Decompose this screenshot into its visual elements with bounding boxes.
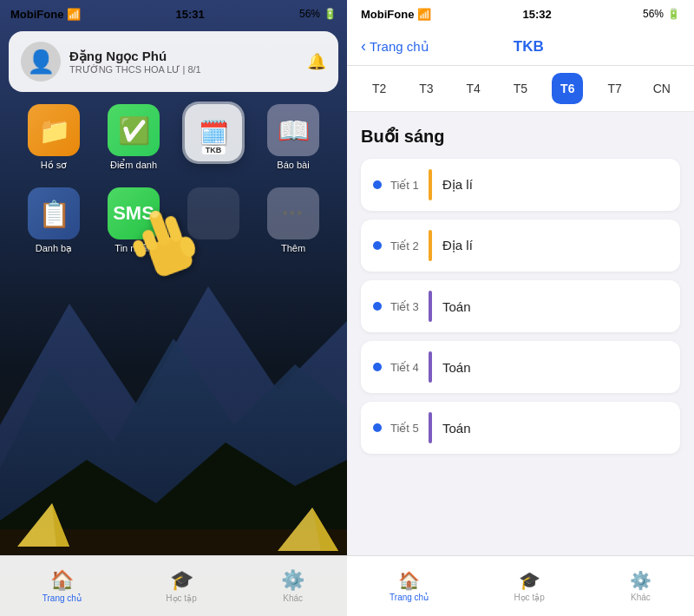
lesson-dot-1 [373, 180, 382, 189]
app-them[interactable]: ••• Thêm [257, 187, 330, 254]
back-chevron-icon: ‹ [361, 37, 366, 56]
person-icon: 👤 [27, 49, 55, 75]
right-panel: MobiFone 📶 15:32 56% 🔋 ‹ Trang chủ TKB T… [347, 0, 694, 616]
lesson-tiet-2[interactable]: Tiết 2 Địa lí [361, 220, 680, 272]
app-ho-so[interactable]: 📁 Hồ sơ [17, 104, 90, 175]
lesson-dot-2 [373, 241, 382, 250]
time-left: 15:31 [176, 8, 205, 21]
app-danh-ba[interactable]: 📋 Danh bạ [17, 187, 90, 254]
nav-trang-chu-left[interactable]: 🏠 Trang chủ [43, 569, 82, 603]
tab-t5[interactable]: T5 [505, 73, 536, 104]
lesson-dot-4 [373, 363, 382, 371]
contacts-icon: 📋 [38, 199, 70, 229]
back-label: Trang chủ [370, 39, 429, 55]
settings-icon-left: ⚙️ [281, 569, 304, 592]
tab-t2[interactable]: T2 [363, 73, 395, 104]
bottom-nav-left: 🏠 Trang chủ 🎓 Học tập ⚙️ Khác [0, 555, 347, 616]
calendar-icon: 🗓️ [199, 119, 229, 147]
avatar: 👤 [21, 42, 61, 82]
lesson-number-2: Tiết 2 [390, 239, 429, 252]
schedule-content: Buổi sáng Tiết 1 Địa lí Tiết 2 Địa lí Ti… [347, 112, 694, 555]
settings-icon-right: ⚙️ [630, 570, 651, 591]
bao-bai-label: Báo bài [277, 160, 309, 170]
danh-ba-label: Danh bạ [36, 243, 72, 254]
app-bao-bai[interactable]: 📖 Báo bài [257, 104, 330, 175]
nav-label-hoc-tap-right: Học tập [514, 593, 544, 602]
battery-right: 56% 🔋 [643, 8, 680, 20]
home-icon-left: 🏠 [50, 569, 74, 592]
left-panel: MobiFone 📶 15:31 56% 🔋 👤 Đặng Ngọc Phú T… [0, 0, 347, 616]
more-icon: ••• [283, 205, 304, 223]
lesson-bar-3 [429, 291, 432, 322]
diem-danh-icon-wrap: ✅ [108, 104, 160, 156]
them-label: Thêm [281, 243, 305, 253]
nav-label-trang-chu-right: Trang chủ [390, 593, 429, 602]
profile-info: Đặng Ngọc Phú TRƯỜNG THCS HOA LƯ | 8/1 [69, 49, 298, 75]
lesson-number-4: Tiết 4 [390, 361, 429, 374]
tab-t6[interactable]: T6 [552, 73, 583, 104]
lesson-bar-1 [429, 169, 432, 200]
nav-title: TKB [514, 38, 544, 56]
diem-danh-label: Điểm danh [110, 160, 157, 171]
book-icon: 📖 [278, 115, 310, 146]
lesson-dot-5 [373, 423, 382, 432]
lesson-name-3: Toán [442, 299, 471, 314]
wifi-right: 📶 [417, 8, 431, 21]
bell-icon[interactable]: 🔔 [307, 52, 326, 71]
study-icon-right: 🎓 [519, 570, 540, 591]
back-button[interactable]: ‹ Trang chủ [361, 37, 429, 56]
battery-left: 56% 🔋 [299, 8, 337, 20]
tkb-icon-wrap: 🗓️ TKB [185, 104, 242, 161]
nav-khac-left[interactable]: ⚙️ Khác [281, 569, 304, 603]
battery-icon-right: 🔋 [667, 8, 680, 20]
lesson-name-1: Địa lí [442, 177, 473, 193]
folder-icon: 📁 [38, 115, 70, 146]
ho-so-icon-wrap: 📁 [28, 104, 80, 156]
tab-t3[interactable]: T3 [410, 73, 442, 104]
study-icon-left: 🎓 [170, 569, 193, 592]
app-tkb[interactable]: 🗓️ TKB TKB [177, 104, 250, 175]
profile-card[interactable]: 👤 Đặng Ngọc Phú TRƯỜNG THCS HOA LƯ | 8/1… [9, 31, 338, 92]
lesson-tiet-5[interactable]: Tiết 5 Toán [361, 402, 680, 454]
nav-hoc-tap-right[interactable]: 🎓 Học tập [514, 570, 544, 602]
nav-hoc-tap-left[interactable]: 🎓 Học tập [166, 569, 196, 603]
status-bar-left: MobiFone 📶 15:31 56% 🔋 [0, 0, 347, 28]
app-diem-danh[interactable]: ✅ Điểm danh [97, 104, 170, 175]
tab-cn[interactable]: CN [646, 73, 678, 104]
lesson-tiet-1[interactable]: Tiết 1 Địa lí [361, 159, 680, 211]
battery-icon-left: 🔋 [324, 8, 337, 20]
tkb-text: TKB [202, 146, 226, 154]
nav-label-trang-chu-left: Trang chủ [43, 593, 82, 603]
lesson-bar-5 [429, 412, 432, 443]
lesson-dot-3 [373, 302, 382, 311]
nav-khac-right[interactable]: ⚙️ Khác [630, 570, 651, 602]
wifi-left: 📶 [67, 8, 81, 21]
profile-name: Đặng Ngọc Phú [69, 49, 298, 64]
lesson-bar-2 [429, 230, 432, 261]
them-icon-wrap: ••• [267, 187, 319, 239]
mobifone-left: MobiFone [10, 8, 63, 21]
lesson-number-5: Tiết 5 [390, 422, 429, 435]
bao-bai-icon-wrap: 📖 [267, 104, 319, 156]
nav-trang-chu-right[interactable]: 🏠 Trang chủ [390, 570, 429, 602]
tab-t7[interactable]: T7 [599, 73, 631, 104]
tab-t4[interactable]: T4 [458, 73, 489, 104]
lesson-tiet-3[interactable]: Tiết 3 Toán [361, 280, 680, 332]
danh-ba-icon-wrap: 📋 [28, 187, 80, 239]
lesson-name-2: Địa lí [442, 238, 473, 253]
lesson-number-3: Tiết 3 [390, 300, 429, 313]
lesson-name-5: Toán [442, 421, 471, 436]
lesson-bar-4 [429, 351, 432, 383]
carrier-left: MobiFone 📶 [10, 8, 81, 21]
section-title: Buổi sáng [361, 126, 680, 147]
lesson-name-4: Toán [442, 360, 471, 375]
status-bar-right: MobiFone 📶 15:32 56% 🔋 [347, 0, 694, 28]
mobifone-right: MobiFone [361, 8, 414, 21]
nav-bar-right: ‹ Trang chủ TKB [347, 28, 694, 66]
lesson-tiet-4[interactable]: Tiết 4 Toán [361, 341, 680, 393]
nav-label-khac-right: Khác [631, 593, 651, 602]
bottom-nav-right: 🏠 Trang chủ 🎓 Học tập ⚙️ Khác [347, 555, 694, 616]
nav-label-hoc-tap-left: Học tập [166, 593, 196, 603]
lesson-number-1: Tiết 1 [390, 179, 429, 192]
ho-so-label: Hồ sơ [41, 160, 68, 171]
